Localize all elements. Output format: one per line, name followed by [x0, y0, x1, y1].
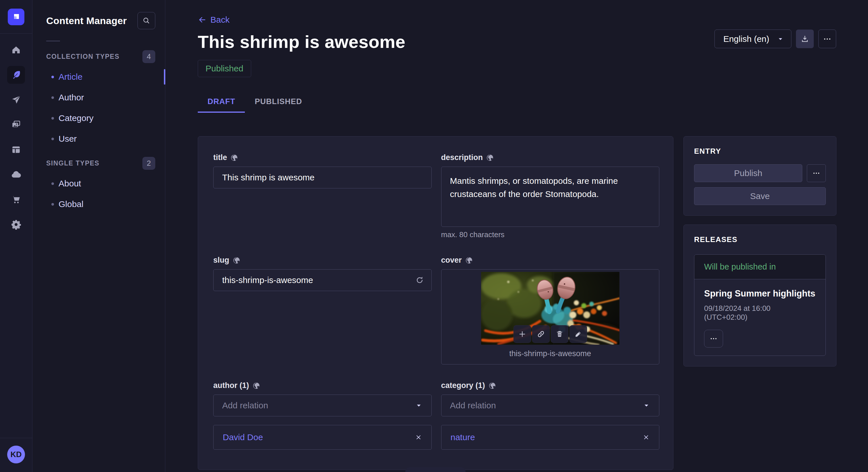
pencil-icon	[574, 330, 582, 338]
cloud-icon	[11, 169, 22, 180]
author-field-label: author (1)	[213, 381, 249, 390]
main-nav-rail: KD	[0, 0, 32, 472]
cart-icon	[11, 194, 21, 205]
refresh-icon[interactable]	[415, 276, 424, 285]
bullet-icon	[51, 203, 54, 206]
nav-settings[interactable]	[7, 216, 25, 233]
slug-input[interactable]	[213, 269, 432, 291]
entry-panel: ENTRY Publish Save	[683, 136, 836, 216]
chevron-down-icon	[777, 35, 784, 43]
collection-types-count: 4	[143, 50, 155, 63]
release-more-button[interactable]	[704, 330, 723, 347]
category-relation-item: nature	[441, 425, 660, 450]
sidebar-divider	[46, 41, 60, 41]
title-input[interactable]	[213, 167, 432, 189]
single-types-count: 2	[143, 157, 155, 170]
back-link[interactable]: Back	[198, 15, 229, 25]
release-status: Will be published in	[694, 255, 826, 279]
slug-field-label: slug	[213, 256, 229, 265]
cover-add-button[interactable]	[513, 325, 531, 343]
more-dots-icon	[823, 35, 832, 43]
relation-link[interactable]: David Doe	[223, 432, 263, 442]
field-title: title	[213, 153, 432, 189]
release-name: Spring Summer highlights	[704, 289, 816, 299]
bullet-icon	[51, 96, 54, 99]
strapi-logo[interactable]	[8, 9, 24, 25]
nav-marketplace[interactable]	[7, 191, 25, 208]
home-icon	[11, 45, 21, 55]
sidebar-item-label: About	[59, 179, 81, 189]
cover-asset-box: this-shrimp-is-awesome	[441, 269, 660, 365]
nav-content-type-builder[interactable]	[7, 141, 25, 159]
bullet-icon	[51, 76, 54, 78]
single-types-section: SINGLE TYPES 2 About Global	[32, 157, 165, 214]
sidebar-item-global[interactable]: Global	[32, 194, 165, 214]
sidebar-item-category[interactable]: Category	[32, 108, 165, 129]
paper-plane-icon	[11, 95, 21, 105]
tab-published[interactable]: PUBLISHED	[245, 92, 312, 113]
entry-more-button[interactable]	[807, 164, 826, 182]
releases-panel-title: RELEASES	[694, 235, 826, 244]
tab-draft[interactable]: DRAFT	[198, 92, 245, 113]
author-placeholder: Add relation	[222, 401, 268, 410]
chevron-down-icon	[642, 401, 650, 409]
cover-field-label: cover	[441, 256, 462, 265]
download-button[interactable]	[796, 30, 814, 48]
sidebar-item-label: Category	[59, 113, 94, 123]
trash-icon	[555, 330, 564, 338]
close-icon[interactable]	[415, 434, 422, 441]
release-card: Will be published in Spring Summer highl…	[694, 255, 826, 356]
cover-copy-link-button[interactable]	[532, 325, 550, 343]
bullet-icon	[51, 138, 54, 140]
main-content: Back English (en) This shrimp is awesome…	[165, 0, 868, 472]
description-hint: max. 80 characters	[441, 230, 660, 239]
description-textarea[interactable]: Mantis shrimps, or stomatopods, are mari…	[441, 167, 660, 227]
feather-icon	[11, 70, 21, 80]
nav-deploy[interactable]	[7, 166, 25, 183]
locale-select[interactable]: English (en)	[714, 30, 792, 48]
nav-media-library[interactable]	[7, 116, 25, 134]
download-icon	[801, 35, 809, 43]
sidebar-item-article[interactable]: Article	[32, 67, 165, 87]
cover-edit-button[interactable]	[569, 325, 587, 343]
header-more-button[interactable]	[818, 30, 836, 48]
field-author: author (1) Add relation	[213, 381, 432, 450]
author-relation-item: David Doe	[213, 425, 432, 450]
relation-link[interactable]: nature	[451, 432, 475, 442]
cover-media	[481, 272, 619, 345]
globe-icon	[465, 257, 473, 264]
field-description: description Mantis shrimps, or stomatopo…	[441, 153, 660, 239]
scroll-peek-button[interactable]	[405, 467, 466, 472]
category-field-label: category (1)	[441, 381, 485, 390]
nav-home[interactable]	[7, 41, 25, 59]
sidebar-item-label: Author	[59, 93, 84, 102]
releases-panel: RELEASES Will be published in Spring Sum…	[683, 225, 836, 367]
author-relation-combobox[interactable]: Add relation	[213, 395, 432, 416]
single-types-label: SINGLE TYPES	[46, 160, 99, 167]
category-relation-combobox[interactable]: Add relation	[441, 395, 660, 416]
sidebar-item-label: Article	[59, 72, 82, 82]
status-badge: Published	[198, 60, 251, 77]
cover-caption: this-shrimp-is-awesome	[509, 349, 591, 358]
save-button[interactable]: Save	[694, 187, 826, 205]
globe-icon	[489, 382, 496, 390]
avatar[interactable]: KD	[7, 446, 25, 463]
sidebar-item-author[interactable]: Author	[32, 87, 165, 108]
nav-content-manager[interactable]	[7, 66, 25, 84]
close-icon[interactable]	[642, 434, 650, 441]
category-placeholder: Add relation	[450, 401, 496, 410]
sidebar-item-user[interactable]: User	[32, 129, 165, 149]
sidebar-item-label: Global	[59, 199, 84, 209]
sidebar-title: Content Manager	[46, 15, 127, 26]
sidebar-item-about[interactable]: About	[32, 173, 165, 194]
publish-button[interactable]: Publish	[694, 164, 802, 182]
plus-icon	[518, 330, 526, 338]
search-icon	[142, 16, 151, 25]
nav-releases[interactable]	[7, 91, 25, 109]
bullet-icon	[51, 117, 54, 120]
cover-delete-button[interactable]	[551, 325, 568, 343]
collection-types-section: COLLECTION TYPES 4 Article Author Catego…	[32, 50, 165, 149]
globe-icon	[486, 154, 494, 162]
search-button[interactable]	[137, 12, 155, 29]
back-arrow-icon	[198, 15, 206, 24]
